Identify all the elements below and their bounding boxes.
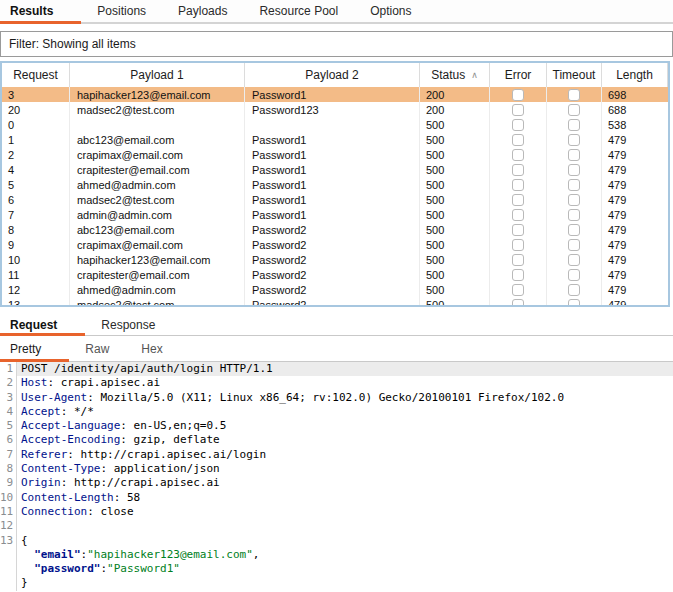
editor-line-content: POST /identity/api/auth/login HTTP/1.1 [17,362,673,376]
timeout-checkbox[interactable] [568,89,580,101]
line-number: 11 [0,505,17,519]
column-header-label: Payload 2 [305,68,358,82]
cell-error [490,207,547,222]
error-checkbox[interactable] [512,209,524,221]
error-checkbox[interactable] [512,164,524,176]
msgtab-request[interactable]: Request [0,314,85,335]
timeout-checkbox[interactable] [568,134,580,146]
error-checkbox[interactable] [512,284,524,296]
panel-divider[interactable] [0,307,673,314]
table-row[interactable]: 12ahmed@admin.comPassword2500479 [2,282,668,297]
timeout-checkbox[interactable] [568,104,580,116]
timeout-checkbox[interactable] [568,119,580,131]
token-jkey: "password" [34,562,100,575]
cell-timeout [547,147,602,162]
column-header-payload-1[interactable]: Payload 1 [70,63,245,87]
tab-positions[interactable]: Positions [81,0,162,22]
viewtab-hex[interactable]: Hex [125,336,178,361]
timeout-checkbox[interactable] [568,149,580,161]
cell-request: 12 [2,282,70,297]
timeout-checkbox[interactable] [568,194,580,206]
cell-payload2: Password2 [245,237,420,252]
editor-line-content: Content-Length: 58 [17,491,673,505]
error-checkbox[interactable] [512,239,524,251]
tab-results[interactable]: Results [0,0,81,22]
cell-payload2: Password1 [245,192,420,207]
table-row[interactable]: 10hapihacker123@email.comPassword2500479 [2,252,668,267]
cell-length: 479 [602,177,668,192]
msgtab-response[interactable]: Response [85,314,171,335]
cell-payload1 [70,117,245,132]
token-hname: Connection [21,505,87,518]
cell-timeout [547,222,602,237]
error-checkbox[interactable] [512,179,524,191]
tab-options[interactable]: Options [354,0,427,22]
timeout-checkbox[interactable] [568,179,580,191]
error-checkbox[interactable] [512,254,524,266]
error-checkbox[interactable] [512,119,524,131]
table-row[interactable]: 5ahmed@admin.comPassword1500479 [2,177,668,192]
error-checkbox[interactable] [512,134,524,146]
table-row[interactable]: 9crapimax@email.comPassword2500479 [2,237,668,252]
viewtab-pretty[interactable]: Pretty [0,336,69,361]
error-checkbox[interactable] [512,299,524,308]
cell-error [490,132,547,147]
table-row[interactable]: 1abc123@email.comPassword1500479 [2,132,668,147]
token-hname: Content-Length [21,491,114,504]
timeout-checkbox[interactable] [568,164,580,176]
editor-line: 5Accept-Language: en-US,en;q=0.5 [0,419,673,433]
cell-payload2: Password1 [245,147,420,162]
tab-payloads[interactable]: Payloads [162,0,243,22]
cell-timeout [547,297,602,307]
viewtab-raw[interactable]: Raw [69,336,125,361]
editor-line: "email":"hapihacker123@email.com", [0,548,673,562]
error-checkbox[interactable] [512,89,524,101]
timeout-checkbox[interactable] [568,209,580,221]
timeout-checkbox[interactable] [568,239,580,251]
timeout-checkbox[interactable] [568,269,580,281]
request-editor[interactable]: 1POST /identity/api/auth/login HTTP/1.12… [0,362,673,592]
table-row[interactable]: 8abc123@email.comPassword2500479 [2,222,668,237]
cell-length: 479 [602,147,668,162]
column-header-error[interactable]: Error [490,63,547,87]
error-checkbox[interactable] [512,224,524,236]
column-header-timeout[interactable]: Timeout [547,63,602,87]
cell-request: 8 [2,222,70,237]
column-header-request[interactable]: Request [2,63,70,87]
message-tabbar: RequestResponse [0,314,673,336]
table-row[interactable]: 13madsec2@test.comPassword2500479 [2,297,668,307]
line-number: 6 [0,433,17,447]
intruder-window: ResultsPositionsPayloadsResource PoolOpt… [0,0,673,592]
filter-bar[interactable]: Filter: Showing all items [0,31,673,57]
cell-error [490,297,547,307]
token-hname: Content-Type [21,462,100,475]
error-checkbox[interactable] [512,104,524,116]
table-row[interactable]: 7admin@admin.comPassword1500479 [2,207,668,222]
column-header-status[interactable]: Status∧ [420,63,490,87]
token-plain: : en-US,en;q=0.5 [120,419,226,432]
column-header-payload-2[interactable]: Payload 2 [245,63,420,87]
line-number [0,548,17,562]
table-row[interactable]: 20madsec2@test.comPassword123200688 [2,102,668,117]
tab-label: Options [370,4,411,18]
table-row[interactable]: 11crapitester@email.comPassword2500479 [2,267,668,282]
cell-timeout [547,87,602,102]
tab-resource-pool[interactable]: Resource Pool [243,0,354,22]
timeout-checkbox[interactable] [568,254,580,266]
timeout-checkbox[interactable] [568,299,580,308]
cell-payload1: ahmed@admin.com [70,177,245,192]
error-checkbox[interactable] [512,194,524,206]
table-row[interactable]: 0500538 [2,117,668,132]
timeout-checkbox[interactable] [568,284,580,296]
cell-request: 11 [2,267,70,282]
error-checkbox[interactable] [512,149,524,161]
line-number [0,576,17,590]
table-row[interactable]: 6madsec2@test.comPassword1500479 [2,192,668,207]
table-row[interactable]: 2crapimax@email.comPassword1500479 [2,147,668,162]
table-row[interactable]: 4crapitester@email.comPassword1500479 [2,162,668,177]
error-checkbox[interactable] [512,269,524,281]
column-header-length[interactable]: Length [602,63,668,87]
cell-payload1: crapitester@email.com [70,162,245,177]
table-row[interactable]: 3hapihacker123@email.comPassword1200698 [2,87,668,102]
timeout-checkbox[interactable] [568,224,580,236]
